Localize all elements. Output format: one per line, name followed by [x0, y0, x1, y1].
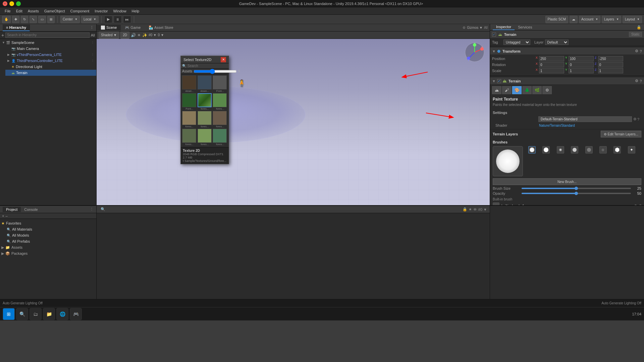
scale-x[interactable] — [539, 68, 564, 73]
texture-item-5[interactable]: fores... — [213, 93, 227, 110]
material-help[interactable]: ? — [637, 117, 639, 121]
texture-item-6[interactable]: fores... — [182, 111, 197, 128]
tab-inspector[interactable]: Inspector — [493, 24, 515, 30]
inspector-lock-btn[interactable]: 🔒 — [637, 25, 641, 29]
tag-dropdown[interactable]: Untagged — [503, 40, 530, 45]
menu-assets[interactable]: Assets — [25, 8, 42, 14]
shader-value[interactable]: Nature/Terrain/Standard — [539, 124, 575, 127]
terrain-tool-settings[interactable]: ⚙ — [542, 86, 552, 94]
tool-scale[interactable]: ⤡ — [30, 16, 37, 23]
rotation-y[interactable] — [569, 62, 594, 67]
layer-dropdown[interactable]: Default — [545, 40, 569, 45]
brush-star-type[interactable]: ✦ — [628, 146, 635, 154]
account-btn[interactable]: Account ▼ — [579, 16, 600, 23]
texture-item-10[interactable]: fores... — [198, 129, 212, 146]
brush-type-3[interactable] — [557, 146, 564, 154]
terrain-settings-icon[interactable]: ⚙ — [635, 79, 638, 83]
tool-move[interactable]: ✚ — [12, 16, 19, 23]
static-btn[interactable]: Static — [629, 32, 642, 37]
terrain-tool-paint-height[interactable]: 🖌 — [502, 86, 512, 94]
bottom-left-menu[interactable]: ⋮ — [90, 207, 94, 212]
pause-btn[interactable]: ⏸ — [114, 16, 122, 23]
hierarchy-item-thirdpersoncontroller[interactable]: ▶ 👤 ThirdPersonController_LITE ⋮ — [5, 58, 96, 64]
terrain-help-icon[interactable]: ? — [640, 79, 642, 83]
pivot-center[interactable]: Center ▼ — [60, 16, 80, 23]
tool-multi[interactable]: ⊞ — [47, 16, 55, 23]
project-back-btn[interactable]: + — [2, 214, 4, 218]
menu-gameobject[interactable]: GameObject — [42, 8, 68, 14]
fx-btn[interactable]: ✨ — [142, 33, 147, 38]
bottom-hash-icon[interactable]: #0 ▼ — [478, 207, 487, 212]
scene-view[interactable]: 🧍 X Y Z — [97, 39, 490, 205]
gizmos-label[interactable]: Gizmos ▼ — [467, 26, 483, 29]
brush-type-6[interactable]: ⚙ — [599, 146, 607, 154]
transform-settings-icon[interactable]: ⚙ — [635, 49, 638, 53]
cloud-btn[interactable]: ☁ — [570, 16, 578, 23]
transform-header[interactable]: ▼ ⊕ Transform ⚙ ? — [490, 48, 644, 55]
lighting-btn[interactable]: ☀ — [137, 33, 141, 38]
texture-item-4[interactable]: fores... — [198, 93, 212, 110]
texture-item-3[interactable]: Font... — [182, 93, 197, 110]
taskbar-browser-btn[interactable]: 🌐 — [56, 308, 68, 320]
menu-edit[interactable]: Edit — [13, 8, 25, 14]
terrain-check[interactable]: ✓ — [497, 79, 501, 83]
tool-hand[interactable]: ✋ — [2, 16, 11, 23]
position-x[interactable] — [539, 56, 564, 61]
hierarchy-menu-btn[interactable]: ⋮ — [90, 25, 94, 30]
texture-item-2[interactable]: Font... — [213, 75, 227, 93]
hierarchy-add-btn[interactable]: + — [1, 33, 4, 38]
tab-scene[interactable]: ⬜ Scene — [97, 25, 121, 31]
brush-soft-circle[interactable] — [528, 146, 536, 154]
tab-hierarchy[interactable]: ≡ Hierarchy — [3, 24, 30, 31]
edit-terrain-layers-btn[interactable]: ⚙ Edit Terrain Layers... — [601, 131, 641, 137]
menu-component[interactable]: Component — [67, 8, 92, 14]
material-value[interactable]: Default-Terrain-Standard — [538, 116, 632, 122]
brush-type-4[interactable] — [571, 146, 578, 154]
close-btn[interactable]: ✕ — [3, 1, 7, 6]
rotation-z[interactable] — [598, 62, 623, 67]
texture-item-7[interactable]: fores... — [198, 111, 212, 128]
brush-hex-type[interactable] — [613, 146, 621, 154]
hierarchy-all-btn[interactable]: All — [91, 33, 95, 37]
tab-services[interactable]: Services — [515, 24, 535, 30]
taskbar-start-btn[interactable]: ⊞ — [3, 308, 15, 320]
taskbar-taskview-btn[interactable]: 🗂 — [30, 308, 42, 320]
terrain-section-header[interactable]: ▼ ✓ ⛰ Terrain ⚙ ? — [490, 77, 644, 85]
material-settings[interactable]: ⚙ — [633, 117, 637, 121]
hierarchy-item-thirdpersoncamera[interactable]: ▶ 📷 vThirdPersonCamera_LITE ⋮ — [5, 52, 96, 58]
2d-btn[interactable]: 2D — [120, 32, 129, 39]
terrain-enabled-checkbox[interactable]: ✓ — [492, 33, 496, 37]
opacity-thumb[interactable] — [575, 192, 578, 195]
plastic-scm-btn[interactable]: Plastic SCM — [545, 16, 568, 23]
taskbar-explorer-btn[interactable]: 📁 — [43, 308, 55, 320]
transform-help-icon[interactable]: ? — [640, 49, 642, 53]
layout-btn[interactable]: Layout ▼ — [623, 16, 642, 23]
hierarchy-search[interactable] — [5, 33, 90, 38]
new-brush-btn[interactable]: New Brush... — [493, 178, 641, 185]
bottom-star-icon[interactable]: ★ — [469, 207, 472, 212]
project-forward-btn[interactable]: – — [5, 214, 7, 218]
taskbar-unity-btn[interactable]: 🎮 — [70, 308, 82, 320]
audio-btn[interactable]: 🔊 — [131, 33, 136, 38]
space-local[interactable]: Local ▼ — [81, 16, 99, 23]
hierarchy-item-maincamera[interactable]: 📷 Main Camera — [5, 46, 96, 52]
terrain-tool-details[interactable]: 🌿 — [532, 86, 542, 94]
menu-file[interactable]: File — [2, 8, 13, 14]
tab-console[interactable]: Console — [21, 207, 41, 212]
maximize-btn[interactable]: □ — [16, 1, 21, 6]
minimize-btn[interactable]: – — [9, 1, 14, 6]
project-all-materials[interactable]: 🔍 All Materials — [0, 226, 96, 232]
terrain-tool-raise[interactable]: ⛰ — [492, 86, 501, 94]
taskbar-search-btn[interactable]: 🔍 — [16, 308, 28, 320]
dialog-size-slider[interactable] — [194, 70, 237, 73]
builtin-brush-help[interactable]: ? — [639, 204, 641, 205]
menu-invector[interactable]: Invector — [92, 8, 110, 14]
hierarchy-item-terrain[interactable]: ⛰ Terrain — [5, 70, 96, 76]
texture-item-11[interactable]: fores... — [213, 129, 227, 146]
texture-item-0[interactable]: dead... — [182, 75, 197, 93]
tab-game[interactable]: 🎮 Game — [121, 25, 145, 31]
terrain-tool-paint-texture[interactable]: 🎨 — [512, 86, 522, 94]
bottom-eye-icon[interactable]: 👁 — [473, 207, 477, 212]
tool-rect[interactable]: ▭ — [38, 16, 46, 23]
menu-help[interactable]: Help — [129, 8, 142, 14]
